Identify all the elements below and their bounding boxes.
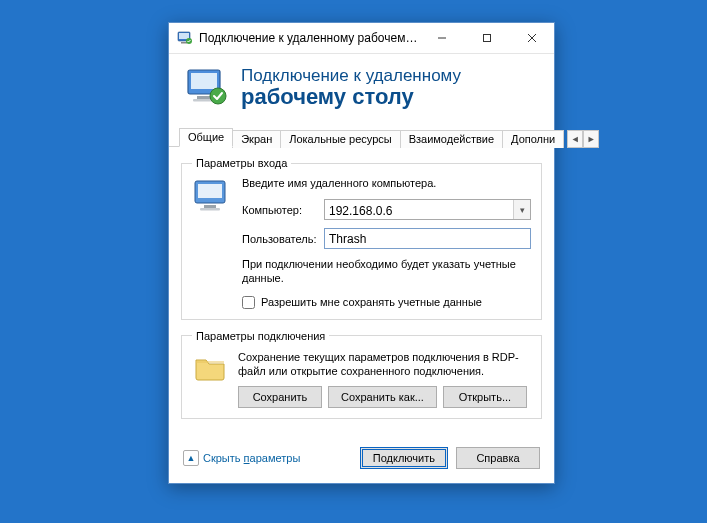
tab-content-general: Параметры входа Введите имя удаленного к… — [169, 147, 554, 437]
tab-experience[interactable]: Взаимодействие — [400, 130, 503, 148]
svg-rect-2 — [181, 42, 187, 44]
tab-strip: Общие Экран Локальные ресурсы Взаимодейс… — [169, 124, 554, 147]
computer-label: Компьютер: — [242, 204, 324, 216]
save-credentials-checkbox[interactable]: Разрешить мне сохранять учетные данные — [242, 296, 531, 309]
header-title: Подключение к удаленному рабочему столу — [241, 67, 461, 110]
tab-advanced[interactable]: Дополни — [502, 130, 564, 148]
svg-rect-4 — [483, 35, 490, 42]
user-input[interactable] — [324, 228, 531, 249]
computer-input[interactable] — [325, 200, 513, 221]
save-credentials-check-input[interactable] — [242, 296, 255, 309]
window-title: Подключение к удаленному рабочему с... — [199, 31, 419, 45]
computer-combobox[interactable]: ▾ — [324, 199, 531, 220]
maximize-button[interactable] — [464, 23, 509, 53]
login-intro-text: Введите имя удаленного компьютера. — [242, 177, 531, 189]
connection-settings-group: Параметры подключения Сохранение текущих… — [181, 330, 542, 420]
save-credentials-label: Разрешить мне сохранять учетные данные — [261, 296, 482, 308]
svg-point-9 — [210, 88, 226, 104]
rdp-app-icon — [177, 30, 193, 46]
collapse-up-icon: ▲ — [183, 450, 199, 466]
chevron-right-icon: ► — [587, 134, 596, 144]
close-button[interactable] — [509, 23, 554, 53]
header-line2: рабочему столу — [241, 85, 461, 109]
chevron-left-icon: ◄ — [571, 134, 580, 144]
tab-scroll-right-button[interactable]: ► — [583, 130, 599, 148]
rdp-large-icon — [185, 66, 229, 110]
help-button[interactable]: Справка — [456, 447, 540, 469]
hide-options-label: Скрыть параметры — [203, 452, 300, 464]
tab-scroll-controls: ◄ ► — [567, 130, 599, 148]
user-label: Пользователь: — [242, 233, 324, 245]
save-as-button[interactable]: Сохранить как... — [328, 386, 437, 408]
save-button[interactable]: Сохранить — [238, 386, 322, 408]
svg-rect-13 — [200, 208, 220, 211]
tab-local-resources[interactable]: Локальные ресурсы — [280, 130, 400, 148]
connection-desc: Сохранение текущих параметров подключени… — [238, 350, 531, 379]
tab-general[interactable]: Общие — [179, 128, 233, 147]
minimize-button[interactable] — [419, 23, 464, 53]
svg-rect-1 — [179, 33, 189, 39]
hide-options-link[interactable]: ▲ Скрыть параметры — [183, 450, 352, 466]
tab-display[interactable]: Экран — [232, 130, 281, 148]
folder-icon — [192, 350, 228, 386]
login-settings-legend: Параметры входа — [192, 157, 291, 169]
dialog-header: Подключение к удаленному рабочему столу — [169, 54, 554, 124]
titlebar: Подключение к удаленному рабочему с... — [169, 23, 554, 54]
open-button[interactable]: Открыть... — [443, 386, 527, 408]
computer-icon — [192, 177, 232, 217]
dialog-footer: ▲ Скрыть параметры Подключить Справка — [169, 437, 554, 483]
connect-button[interactable]: Подключить — [360, 447, 448, 469]
svg-rect-7 — [197, 96, 211, 99]
chevron-down-icon: ▾ — [520, 205, 525, 215]
header-line1: Подключение к удаленному — [241, 67, 461, 86]
computer-dropdown-button[interactable]: ▾ — [513, 200, 530, 219]
rdp-dialog-window: Подключение к удаленному рабочему с... П… — [168, 22, 555, 484]
svg-rect-6 — [191, 73, 217, 89]
svg-rect-11 — [198, 184, 222, 198]
credentials-note: При подключении необходимо будет указать… — [242, 257, 531, 286]
tab-scroll-left-button[interactable]: ◄ — [567, 130, 583, 148]
login-settings-group: Параметры входа Введите имя удаленного к… — [181, 157, 542, 320]
svg-rect-12 — [204, 205, 216, 208]
connection-settings-legend: Параметры подключения — [192, 330, 329, 342]
